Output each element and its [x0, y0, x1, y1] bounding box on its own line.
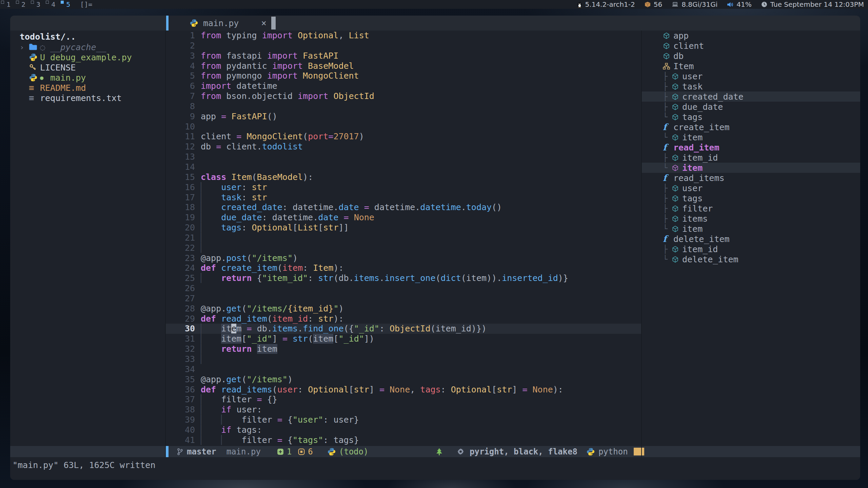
outline-item-delete_item[interactable]: └delete_item: [642, 254, 860, 264]
code-line-29[interactable]: 29def read_item(item_id: str):: [166, 314, 641, 324]
command-line[interactable]: "main.py" 63L, 1625C written: [10, 457, 860, 480]
outline-item-user[interactable]: ├user: [642, 71, 860, 81]
code-line-9[interactable]: 9app = FastAPI(): [166, 111, 641, 122]
line-number: 12: [166, 142, 201, 152]
code-text: class Item(BaseModel):: [201, 172, 313, 182]
code-line-36[interactable]: 36def read_items(user: Optional[str] = N…: [166, 385, 641, 395]
python-icon: [190, 19, 198, 27]
outline-item-item[interactable]: └item: [642, 224, 860, 234]
code-line-17[interactable]: 17▏ task: str: [166, 192, 641, 203]
workspace-1[interactable]: 1: [0, 0, 15, 9]
code-text: ▏: [201, 243, 206, 253]
code-line-15[interactable]: 15class Item(BaseModel):: [166, 172, 641, 182]
code-line-32[interactable]: 32▏ return item: [166, 344, 641, 354]
code-line-5[interactable]: 5from pymongo import MongoClient: [166, 71, 641, 81]
workspace-4[interactable]: 4: [45, 0, 60, 9]
code-line-26[interactable]: 26: [166, 283, 641, 293]
tree-connector: └: [663, 113, 672, 121]
code-line-22[interactable]: 22▏: [166, 243, 641, 253]
outline-item-Item[interactable]: Item: [642, 61, 860, 71]
tree-row-README.md[interactable]: ≡README.md: [10, 83, 165, 93]
outline-item-item_id[interactable]: ├item_id: [642, 152, 860, 163]
code-line-12[interactable]: 12db = client.todolist: [166, 142, 641, 152]
tab-main-py[interactable]: main.py ×: [166, 16, 274, 30]
code-line-1[interactable]: 1from typing import Optional, List: [166, 30, 641, 41]
code-line-11[interactable]: 11client = MongoClient(port=27017): [166, 131, 641, 142]
outline-item-client[interactable]: client: [642, 41, 860, 51]
outline-item-create_item[interactable]: fcreate_item: [642, 122, 860, 132]
code-line-39[interactable]: 39▏ ▏ filter = {"user": user}: [166, 415, 641, 425]
outline-item-user[interactable]: ├user: [642, 183, 860, 193]
folder-icon: [29, 43, 40, 51]
code-line-25[interactable]: 25▏ return {"item_id": str(db.items.inse…: [166, 273, 641, 283]
outline-item-app[interactable]: app: [642, 30, 860, 41]
outline-item-read_item[interactable]: fread_item: [642, 142, 860, 152]
code-line-34[interactable]: 34: [166, 364, 641, 374]
code-line-16[interactable]: 16▏ user: str: [166, 182, 641, 192]
code-line-4[interactable]: 4from pydantic import BaseModel: [166, 61, 641, 71]
close-icon[interactable]: ×: [261, 18, 267, 28]
function-icon: f: [663, 122, 667, 132]
code-line-41[interactable]: 41▏ ▏ filter = {"tags": tags}: [166, 435, 641, 445]
workspace-2[interactable]: 2: [15, 0, 30, 9]
code-line-40[interactable]: 40▏ if tags:: [166, 425, 641, 435]
outline-item-item[interactable]: └item: [642, 163, 860, 173]
code-text: db = client.todolist: [201, 142, 303, 152]
code-line-33[interactable]: 33▏: [166, 354, 641, 364]
tab-label: main.py: [203, 18, 239, 28]
outline-item-item_id[interactable]: ├item_id: [642, 244, 860, 254]
outline-item-db[interactable]: db: [642, 51, 860, 61]
code-text: ▏ filter = {}: [201, 394, 277, 405]
code-line-23[interactable]: 23@app.post("/items"): [166, 253, 641, 263]
outline-item-created_date[interactable]: ├created_date: [642, 92, 860, 102]
line-number: 33: [166, 354, 201, 364]
code-line-13[interactable]: 13: [166, 152, 641, 162]
code-line-2[interactable]: 2: [166, 41, 641, 51]
code-line-8[interactable]: 8: [166, 101, 641, 111]
code-line-31[interactable]: 31▏ item["_id"] = str(item["_id"]): [166, 334, 641, 344]
code-line-27[interactable]: 27: [166, 293, 641, 304]
tree-row-debug_example.py[interactable]: Udebug_example.py: [10, 52, 165, 62]
tree-row-main.py[interactable]: ●main.py: [10, 73, 165, 83]
symbol-label: due_date: [682, 102, 723, 112]
code-text: ▏ if user:: [201, 405, 262, 415]
code-line-20[interactable]: 20▏ tags: Optional[List[str]]: [166, 223, 641, 233]
outline-item-task[interactable]: ├task: [642, 81, 860, 92]
code-line-18[interactable]: 18▏ created_date: datetime.date = dateti…: [166, 202, 641, 212]
outline-item-items[interactable]: ├items: [642, 214, 860, 224]
code-line-6[interactable]: 6import datetime: [166, 81, 641, 91]
outline-item-filter[interactable]: ├filter: [642, 203, 860, 214]
tree-row-__pycache__[interactable]: ›◌__pycache__: [10, 42, 165, 52]
outline-item-due_date[interactable]: ├due_date: [642, 102, 860, 112]
code-line-37[interactable]: 37▏ filter = {}: [166, 394, 641, 405]
code-line-14[interactable]: 14: [166, 162, 641, 172]
code-line-19[interactable]: 19▏ due_date: datetime.date = None: [166, 212, 641, 223]
line-number: 26: [166, 283, 201, 293]
code-text: def read_items(user: Optional[str] = Non…: [201, 385, 563, 395]
code-line-30[interactable]: 30▏ item = db.items.find_one({"_id": Obj…: [166, 324, 641, 334]
outline-item-delete_item[interactable]: fdelete_item: [642, 234, 860, 244]
variable-icon: [672, 83, 682, 90]
tree-row-LICENSE[interactable]: LICENSE: [10, 62, 165, 73]
code-line-38[interactable]: 38▏ if user:: [166, 405, 641, 415]
workspace-5[interactable]: 5: [60, 0, 75, 9]
code-line-24[interactable]: 24def create_item(item: Item):: [166, 263, 641, 273]
outline-item-tags[interactable]: ├tags: [642, 193, 860, 203]
code-line-21[interactable]: 21▏: [166, 233, 641, 243]
python-icon: [29, 53, 40, 62]
explorer-root[interactable]: todolist/..: [10, 32, 165, 42]
outline-item-read_items[interactable]: fread_items: [642, 173, 860, 183]
code-editor[interactable]: 1from typing import Optional, List23from…: [166, 30, 641, 446]
tree-connector: ├: [663, 72, 672, 81]
code-line-35[interactable]: 35@app.get("/items"): [166, 374, 641, 385]
tree-connector: ├: [663, 214, 672, 223]
workspace-3[interactable]: 3: [30, 0, 45, 9]
tree-row-requirements.txt[interactable]: ≡requirements.txt: [10, 93, 165, 103]
code-line-7[interactable]: 7from bson.objectid import ObjectId: [166, 91, 641, 101]
outline-item-tags[interactable]: └tags: [642, 112, 860, 122]
code-line-10[interactable]: 10: [166, 122, 641, 132]
code-line-3[interactable]: 3from fastapi import FastAPI: [166, 51, 641, 61]
outline-item-item[interactable]: └item: [642, 132, 860, 142]
tree-connector: └: [663, 163, 672, 172]
code-line-28[interactable]: 28@app.get("/items/{item_id}"): [166, 304, 641, 314]
